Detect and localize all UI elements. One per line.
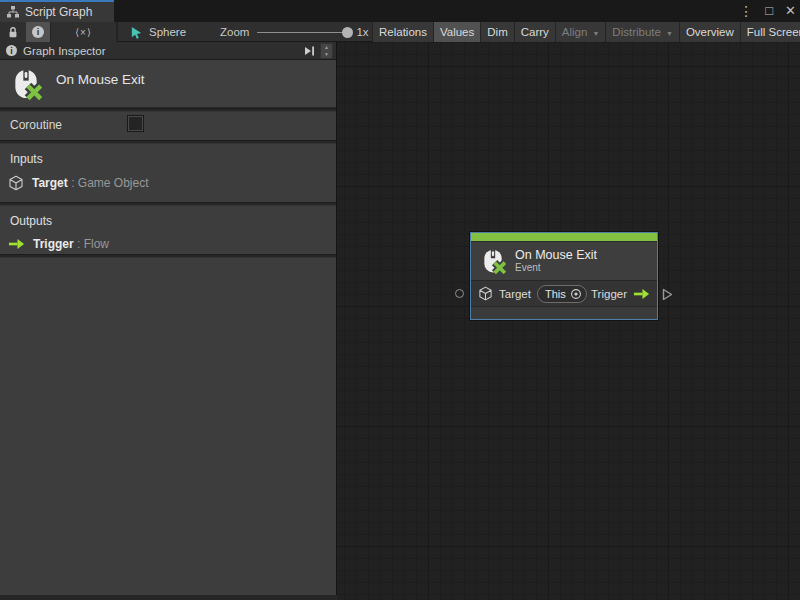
node-right-connection-port[interactable] xyxy=(662,288,673,301)
zoom-value: 1x xyxy=(356,26,368,38)
node-footer xyxy=(471,307,657,318)
values-button[interactable]: Values xyxy=(433,22,480,42)
mouse-event-icon xyxy=(480,248,506,274)
section-divider xyxy=(0,108,336,112)
graph-inspector-header: i Graph Inspector ▲ ▼ xyxy=(0,42,336,60)
tab-label: Script Graph xyxy=(25,5,92,19)
inspector-scrubber[interactable]: ▲ ▼ xyxy=(320,43,333,59)
graph-inspector-title: Graph Inspector xyxy=(23,45,105,57)
graph-owner-breadcrumb[interactable]: Sphere xyxy=(130,22,186,42)
lock-button[interactable] xyxy=(0,22,26,42)
tab-script-graph[interactable]: Script Graph xyxy=(0,0,114,22)
carry-button[interactable]: Carry xyxy=(514,22,555,42)
spin-up-icon[interactable]: ▲ xyxy=(324,44,329,51)
input-port-type: : Game Object xyxy=(71,176,148,190)
tab-bar: Script Graph ⋮ □ ✕ xyxy=(0,0,800,22)
target-value-pill[interactable]: This xyxy=(537,285,587,303)
trigger-port-label: Trigger xyxy=(591,288,627,300)
relations-button[interactable]: Relations xyxy=(372,22,433,42)
trigger-output-port[interactable]: Trigger xyxy=(591,288,650,300)
graph-owner-label: Sphere xyxy=(149,26,186,38)
target-port-label: Target xyxy=(499,288,531,300)
input-port-name: Target xyxy=(32,176,68,190)
overview-button[interactable]: Overview xyxy=(679,22,740,42)
inspector-toggle-button[interactable]: i xyxy=(26,22,51,42)
coroutine-label: Coroutine xyxy=(10,118,62,132)
panel-bottom-edge xyxy=(0,595,337,600)
inspected-unit-header: On Mouse Exit xyxy=(0,60,336,108)
spin-down-icon[interactable]: ▼ xyxy=(324,51,329,58)
info-icon: i xyxy=(6,45,17,56)
graph-hierarchy-icon xyxy=(6,5,20,19)
toolbar-button-group: Relations Values Dim Carry Align ▼ Distr… xyxy=(372,22,800,42)
graph-canvas[interactable]: On Mouse Exit Event Target This xyxy=(337,42,800,600)
output-port-row: Trigger : Flow xyxy=(8,237,109,251)
window-controls: ⋮ □ ✕ xyxy=(739,0,796,22)
graph-toolbar: i ⟨×⟩ Sphere Zoom 1x Relations Values Di… xyxy=(0,22,800,42)
outputs-header: Outputs xyxy=(10,214,52,228)
inspected-unit-title: On Mouse Exit xyxy=(56,72,145,87)
output-port-type: : Flow xyxy=(77,237,109,251)
code-view-button[interactable]: ⟨×⟩ xyxy=(51,22,117,42)
window-menu-icon[interactable]: ⋮ xyxy=(739,0,753,22)
node-event-color-bar xyxy=(471,233,657,242)
toolbar-divider xyxy=(117,22,118,42)
maximize-icon[interactable]: □ xyxy=(765,0,773,22)
zoom-label: Zoom xyxy=(220,26,249,38)
section-divider xyxy=(0,254,336,258)
output-port-name: Trigger xyxy=(33,237,74,251)
node-title: On Mouse Exit xyxy=(515,248,597,262)
node-header[interactable]: On Mouse Exit Event xyxy=(471,242,657,281)
node-subtitle: Event xyxy=(515,262,597,274)
inputs-section: Inputs Target : Game Object xyxy=(0,144,336,202)
node-left-connection-port[interactable] xyxy=(455,289,464,298)
zoom-control: Zoom 1x xyxy=(220,22,369,42)
full-screen-button[interactable]: Full Screen xyxy=(740,22,800,42)
dim-button[interactable]: Dim xyxy=(480,22,513,42)
close-icon[interactable]: ✕ xyxy=(785,0,796,22)
target-value: This xyxy=(545,288,566,300)
on-mouse-exit-node[interactable]: On Mouse Exit Event Target This xyxy=(470,232,658,320)
inspector-header-controls: ▲ ▼ xyxy=(303,43,333,59)
chevron-down-icon: ▼ xyxy=(592,30,599,37)
chevron-down-icon: ▼ xyxy=(666,30,673,37)
inputs-header: Inputs xyxy=(10,152,43,166)
flow-arrow-icon xyxy=(8,238,25,250)
flow-arrow-icon xyxy=(633,288,650,300)
game-object-cube-icon xyxy=(478,286,493,301)
node-titles: On Mouse Exit Event xyxy=(515,248,597,274)
game-object-cube-icon xyxy=(8,175,24,191)
node-ports-row: Target This Trigger xyxy=(471,281,657,307)
code-icon: ⟨×⟩ xyxy=(75,27,92,38)
lock-icon xyxy=(7,26,19,39)
zoom-slider[interactable] xyxy=(257,32,349,33)
info-icon: i xyxy=(32,26,44,38)
coroutine-checkbox[interactable] xyxy=(128,116,143,131)
dock-panel-icon[interactable] xyxy=(303,45,316,57)
target-input-port[interactable]: Target This xyxy=(478,285,587,303)
distribute-dropdown[interactable]: Distribute ▼ xyxy=(605,22,679,42)
align-dropdown[interactable]: Align ▼ xyxy=(555,22,606,42)
mouse-event-icon xyxy=(10,68,42,100)
input-port-row: Target : Game Object xyxy=(8,175,149,191)
graph-pointer-icon xyxy=(130,26,143,39)
target-picker-icon[interactable] xyxy=(570,288,582,300)
zoom-slider-handle[interactable] xyxy=(342,27,353,38)
graph-inspector-panel: i Graph Inspector ▲ ▼ On M xyxy=(0,42,337,595)
script-graph-window: Script Graph ⋮ □ ✕ i ⟨×⟩ Sphere xyxy=(0,0,800,600)
outputs-section: Outputs Trigger : Flow xyxy=(0,206,336,254)
